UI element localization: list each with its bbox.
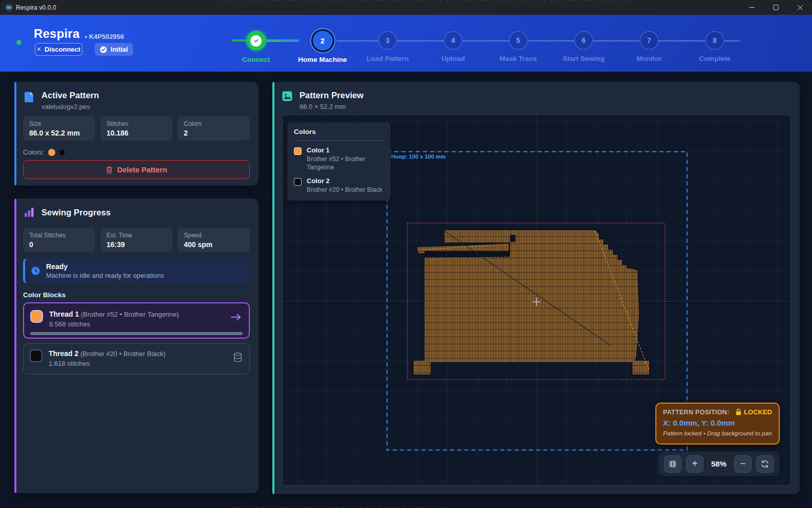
- color-swatch-2: [58, 149, 66, 156]
- pattern-filename: valetudogv2.pes: [41, 103, 99, 111]
- step-mask-trace[interactable]: 5 Mask Trace: [485, 31, 551, 62]
- color-blocks-label: Color Blocks: [23, 291, 66, 299]
- status-title: Ready: [46, 262, 164, 271]
- stat-stitches: Stitches 10.186: [100, 116, 173, 141]
- thread-progress-bar: [30, 332, 243, 335]
- step-label: Start Sewing: [551, 55, 616, 62]
- step-number: 3: [386, 36, 390, 45]
- zoom-in-button[interactable]: +: [686, 455, 703, 473]
- card-accent: [14, 198, 16, 493]
- database-icon: [233, 352, 242, 362]
- step-label: Home Machine: [290, 56, 355, 63]
- close-button[interactable]: [788, 0, 812, 15]
- card-accent: [272, 82, 274, 494]
- header: Respira • K4P502956 × Disconnect Initial: [0, 15, 812, 72]
- pattern-canvas[interactable]: Hoop: 100 x 100 mm Colors Color 1 Brothe…: [282, 115, 791, 485]
- step-number: 4: [451, 36, 455, 45]
- app-window: Respira v0.0.0 Respira • K4P502956 × Dis…: [0, 0, 812, 508]
- check-circle-icon: [100, 46, 107, 53]
- locked-badge: LOCKED: [736, 408, 772, 416]
- reset-view-button[interactable]: [756, 455, 774, 473]
- thread-block-2[interactable]: Thread 2 (Brother #20 • Brother Black) 1…: [23, 343, 250, 374]
- file-icon: [24, 91, 34, 103]
- stitch-gap: [424, 251, 510, 257]
- titlebar[interactable]: Respira v0.0.0: [0, 0, 812, 15]
- zoom-controls: + 58% −: [658, 452, 779, 476]
- pattern-colors-row: Colors:: [23, 148, 66, 156]
- step-label: Load Pattern: [355, 55, 420, 62]
- screen-artifact-top: [220, 0, 635, 1]
- zoom-level: 58%: [708, 459, 730, 468]
- step-connect[interactable]: Connect: [223, 31, 289, 63]
- arrow-right-icon: [230, 313, 242, 322]
- clock-icon: [31, 267, 40, 275]
- step-number: 2: [320, 37, 325, 45]
- active-pattern-card: Active Pattern valetudogv2.pes Size 86.0…: [14, 82, 259, 186]
- position-hint: Pattern locked • Drag background to pan: [663, 430, 772, 437]
- color-swatch-1: [48, 149, 55, 156]
- step-home-machine[interactable]: 2 Home Machine: [290, 31, 355, 63]
- pattern-dimensions: 86.0 × 52.2 mm: [300, 103, 364, 111]
- stat-speed: Speed 400 spm: [178, 228, 250, 252]
- pattern-position-overlay: PATTERN POSITION: LOCKED X: 0.0mm, Y: 0.…: [655, 403, 780, 445]
- card-accent: [14, 82, 16, 186]
- step-label: Monitor: [616, 55, 682, 62]
- position-label: PATTERN POSITION:: [663, 409, 730, 416]
- stat-size: Size 86.0 x 52.2 mm: [23, 116, 95, 141]
- screen-artifact-bottom: [231, 506, 446, 507]
- step-number: 8: [713, 36, 717, 45]
- machine-status-banner: Ready Machine is idle and ready for oper…: [23, 258, 250, 283]
- step-monitor[interactable]: 7 Monitor: [616, 31, 682, 62]
- shrink-icon: [669, 460, 677, 468]
- hoop-label: Hoop: 100 x 100 mm: [391, 153, 446, 160]
- legend-swatch: [294, 178, 302, 186]
- thread-stitch-count: 1.618 stitches: [49, 360, 90, 367]
- position-coordinates: X: 0.0mm, Y: 0.0mm: [663, 418, 772, 427]
- step-label: Mask Trace: [485, 55, 551, 62]
- legend-entry-2: Color 2 Brother #20 • Brother Black: [294, 177, 384, 194]
- app-icon: [5, 4, 13, 11]
- step-complete[interactable]: 8 Complete: [682, 31, 747, 62]
- stat-total-stitches: Total Stitches 0: [23, 228, 95, 252]
- step-label: Upload: [420, 55, 486, 62]
- step-number: 6: [582, 36, 586, 45]
- step-load-pattern[interactable]: 3 Load Pattern: [355, 31, 420, 62]
- fit-view-button[interactable]: [664, 455, 681, 473]
- stat-colors: Colors 2: [178, 116, 250, 141]
- step-start-sewing[interactable]: 6 Start Sewing: [551, 31, 616, 62]
- stat-est-time: Est. Time 16:39: [100, 228, 173, 252]
- maximize-button[interactable]: [764, 0, 788, 15]
- thread-title: Thread 1 (Brother #52 • Brother Tangerin…: [49, 310, 179, 318]
- step-circle-done: [246, 31, 266, 51]
- step-number: 5: [516, 36, 520, 45]
- sewing-progress-card: Sewing Progress Total Stitches 0 Est. Ti…: [14, 198, 259, 493]
- thread-swatch: [30, 310, 43, 323]
- status-description: Machine is idle and ready for operations: [46, 272, 164, 279]
- plus-icon: +: [692, 458, 698, 469]
- legend-title: Colors: [294, 128, 384, 141]
- disconnect-button[interactable]: × Disconnect: [35, 43, 82, 56]
- step-label: Complete: [682, 55, 747, 62]
- zoom-out-button[interactable]: −: [734, 455, 752, 473]
- legend-entry-1: Color 1 Brother #52 • Brother Tangerine: [294, 146, 384, 171]
- step-label: Connect: [223, 56, 289, 63]
- thread-swatch: [30, 349, 42, 362]
- connection-status-dot: [16, 40, 22, 45]
- step-upload[interactable]: 4 Upload: [420, 31, 486, 62]
- card-title: Pattern Preview: [300, 91, 364, 100]
- delete-pattern-button[interactable]: Delete Pattern: [23, 160, 250, 179]
- thread-block-1[interactable]: Thread 1 (Brother #52 • Brother Tangerin…: [23, 302, 250, 339]
- brand-row: Respira • K4P502956: [34, 27, 124, 41]
- initial-button[interactable]: Initial: [95, 43, 133, 56]
- check-icon: [250, 35, 262, 47]
- colors-label: Colors:: [23, 148, 44, 156]
- brand-name: Respira: [34, 27, 79, 41]
- minimize-button[interactable]: [740, 0, 764, 15]
- thread-title: Thread 2 (Brother #20 • Brother Black): [49, 349, 165, 358]
- x-icon: ×: [37, 46, 41, 53]
- window-title: Respira v0.0.0: [16, 4, 56, 11]
- card-title: Sewing Progress: [41, 208, 111, 217]
- trash-icon: [106, 166, 113, 173]
- card-title: Active Pattern: [41, 91, 99, 100]
- colors-legend: Colors Color 1 Brother #52 • Brother Tan…: [287, 122, 391, 201]
